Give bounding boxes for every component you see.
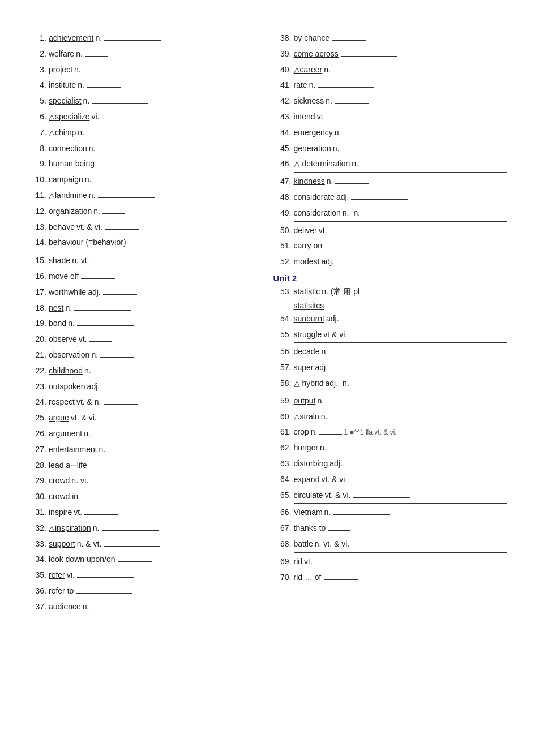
part-of-speech: n. [84, 427, 91, 441]
section-label: Unit 2 [273, 273, 507, 283]
part-of-speech: n. [68, 317, 75, 330]
part-of-speech: vt. & vi. [71, 411, 97, 425]
blank-line [324, 579, 358, 580]
blank-line [349, 337, 383, 337]
sub-item: statisitcs [294, 301, 507, 310]
blank-line [318, 87, 374, 88]
vocab-item: 7.△chimp n. [28, 126, 262, 140]
extra-blank-line [294, 552, 507, 553]
part-of-speech: n. [343, 207, 349, 220]
word: consideration [294, 207, 341, 220]
part-of-speech: vi. [67, 569, 75, 582]
part-of-speech: n. vt. [71, 474, 88, 488]
part-of-speech: adj. [87, 380, 100, 394]
blank-line [104, 404, 138, 405]
item-number: 2. [28, 48, 46, 61]
item-number: 25. [28, 411, 46, 425]
item-number: 32. [28, 522, 46, 535]
vocab-item: 14.behaviour (=behavior) [28, 236, 262, 250]
item-number: 59. [273, 394, 292, 408]
vocab-item: 2.welfare n. [28, 48, 262, 61]
item-number: 70. [273, 571, 292, 585]
part-of-speech: vi. [91, 110, 99, 124]
blank-line [85, 56, 108, 57]
vocab-item: 43.intend vt. [273, 110, 507, 124]
word: specialist [49, 94, 82, 108]
blank-line [327, 119, 361, 119]
vocab-item: 8.connection n. [28, 142, 262, 156]
extra-blank-line [294, 342, 507, 343]
blank-line [345, 466, 401, 466]
vocab-item: 34.look down upon/on [28, 553, 262, 566]
vocab-item: 19.bond n. [28, 317, 262, 330]
word: rid … of [294, 571, 322, 585]
blank-line [93, 182, 116, 182]
vocab-item: 55.struggle vt & vi. [273, 328, 507, 342]
word: Vietnam [294, 506, 323, 519]
item-number: 64. [273, 473, 292, 487]
blank-line [108, 452, 164, 452]
word: hunger [294, 441, 319, 455]
vocab-item: 24.respect vt. & n. [28, 396, 262, 409]
word: behave [49, 221, 75, 234]
word: deliver [294, 224, 317, 238]
item-number: 49. [273, 207, 292, 220]
item-number: 35. [28, 569, 46, 582]
part-of-speech: n. [317, 394, 324, 408]
vocab-item: 15.shade n. vt. [28, 254, 262, 268]
item-number: 45. [273, 142, 292, 156]
word: decade [294, 345, 320, 359]
word: △chimp [49, 126, 76, 140]
vocab-item: 18.nest n. [28, 302, 262, 315]
item-number: 68. [273, 538, 292, 551]
word: campaign [49, 173, 83, 187]
item-number: 60. [273, 410, 292, 424]
part-of-speech: vt. & vi. [325, 489, 351, 502]
part-of-speech: n. [326, 94, 332, 108]
part-of-speech: vt. [317, 110, 326, 124]
vocab-item: 40.△career n. [273, 63, 507, 77]
vocab-item: 36.refer to [28, 585, 262, 598]
blank-line [341, 321, 398, 321]
blank-line [81, 278, 115, 279]
vocab-item: 54.sunburnt adj. [273, 312, 507, 326]
item-number: 69. [273, 555, 292, 569]
blank-line [450, 166, 507, 166]
blank-line [329, 419, 386, 419]
item-number: 18. [28, 302, 46, 315]
item-number: 12. [28, 205, 46, 218]
item-number: 53. [273, 285, 292, 299]
part-of-speech: n. [74, 63, 81, 77]
vocab-item: 21.observation n. [28, 349, 262, 362]
word: human being [49, 157, 95, 171]
item-number: 19. [28, 317, 46, 330]
word: modest [294, 255, 320, 269]
word: behaviour (=behavior) [49, 236, 126, 250]
word: kindness [294, 175, 325, 188]
part-of-speech: adj. [326, 312, 339, 326]
item-number: 36. [28, 585, 46, 598]
vocab-item: 33.support n. & vt. [28, 538, 262, 551]
blank-line [83, 72, 117, 72]
extra-blank-line [294, 503, 507, 504]
word: △landmine [49, 189, 87, 203]
item-number: 21. [28, 349, 46, 362]
word: statistic [294, 285, 320, 299]
part-of-speech: n. [84, 364, 91, 378]
blank-line [80, 499, 114, 499]
item-number: 3. [28, 63, 46, 77]
vocab-item: 53.statistic n. (常 用 pl [273, 285, 507, 299]
part-of-speech: n. [91, 349, 98, 362]
blank-line [77, 577, 134, 578]
blank-line [341, 151, 398, 151]
vocab-item: 47.kindness n. [273, 175, 507, 188]
item-number: 9. [28, 157, 46, 171]
part-of-speech: n. [352, 157, 358, 171]
vocab-item: 67.thanks to [273, 522, 507, 535]
part-of-speech: adj. [326, 377, 339, 390]
word: sunburnt [294, 312, 324, 326]
vocab-item: 20.observe vt. [28, 333, 262, 346]
vocab-item: 63.disturbing adj. [273, 457, 507, 471]
word: connection [49, 142, 87, 156]
item-number: 46. [273, 157, 292, 171]
